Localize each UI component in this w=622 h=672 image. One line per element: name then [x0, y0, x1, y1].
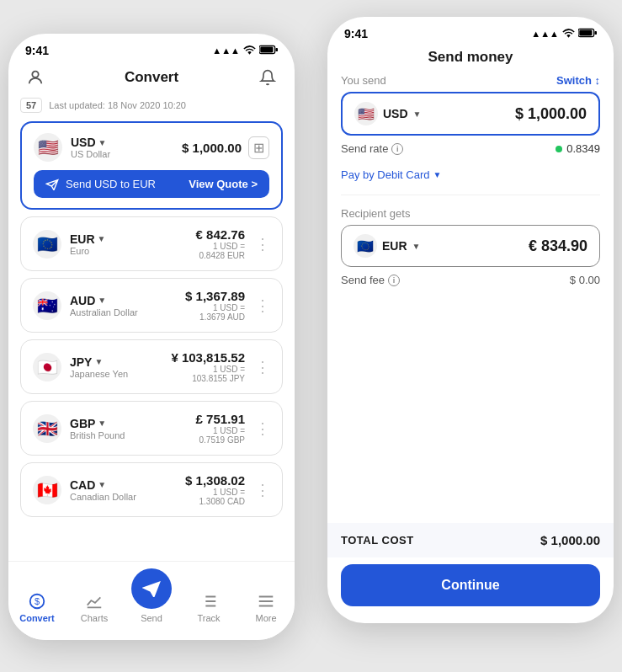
usd-flag: 🇺🇸 [34, 133, 62, 162]
status-bar-left: 9:41 ▲▲▲ [8, 34, 295, 61]
total-label: TOTAL COST [341, 534, 414, 547]
signal-icon-right: ▲▲▲ [531, 29, 559, 39]
you-send-label: You send [341, 74, 386, 87]
switch-button[interactable]: Switch ↕ [556, 74, 600, 87]
nav-more[interactable]: More [237, 592, 295, 623]
calculator-icon[interactable]: ⊞ [248, 136, 269, 159]
send-rate-info-icon: i [391, 143, 403, 155]
nav-track-label: Track [197, 613, 220, 623]
send-fee-row: Send fee i $ 0.00 [341, 267, 600, 293]
status-bar-right: 9:41 ▲▲▲ [327, 17, 614, 44]
view-quote-label[interactable]: View Quote > [189, 178, 258, 190]
gbp-rate: 1 USD =0.7519 GBP [196, 426, 245, 445]
header-title-left: Convert [125, 69, 178, 86]
rate-dot [556, 146, 562, 152]
send-rate-row: Send rate i 0.8349 [341, 136, 600, 162]
jpy-more-icon[interactable]: ⋮ [252, 358, 270, 376]
send-currency-selector[interactable]: 🇺🇸 USD ▼ [354, 102, 421, 125]
bottom-nav: $ Convert Charts Send Track [8, 561, 295, 640]
you-send-section: You send Switch ↕ 🇺🇸 USD ▼ $ 1,000.00 Se… [327, 74, 614, 293]
battery-icon [259, 45, 278, 56]
send-rate-label: Send rate i [341, 142, 403, 155]
usd-name: US Dollar [71, 149, 110, 159]
send-quote-row[interactable]: Send USD to EUR View Quote > [34, 170, 269, 198]
send-flag: 🇺🇸 [354, 102, 378, 125]
recipient-currency-code: EUR [382, 239, 407, 253]
aud-flag: 🇦🇺 [33, 291, 61, 320]
pay-method-row[interactable]: Pay by Debit Card ▼ [341, 162, 600, 191]
nav-charts[interactable]: Charts [66, 592, 123, 623]
send-fee-value: $ 0.00 [570, 274, 600, 286]
jpy-amount: ¥ 103,815.52 [171, 350, 245, 365]
last-updated-bar: 57 Last updated: 18 Nov 2020 10:20 [20, 98, 283, 113]
left-phone: 9:41 ▲▲▲ Convert [8, 34, 295, 640]
send-currency-code: USD [383, 107, 408, 120]
eur-rate: 1 USD =0.8428 EUR [196, 242, 245, 260]
send-usd-eur-label: Send USD to EUR [66, 178, 156, 190]
jpy-card[interactable]: 🇯🇵 JPY ▼ Japanese Yen ¥ 103,815.52 1 USD… [20, 339, 283, 394]
cad-name: Canadian Dollar [70, 492, 136, 502]
recipient-flag: 🇪🇺 [354, 234, 377, 258]
aud-more-icon[interactable]: ⋮ [252, 296, 270, 315]
jpy-rate: 1 USD =103.8155 JPY [171, 365, 245, 383]
eur-flag: 🇪🇺 [33, 230, 61, 259]
status-time-right: 9:41 [344, 27, 368, 40]
eur-name: Euro [70, 246, 105, 256]
aud-rate: 1 USD =1.3679 AUD [185, 303, 245, 322]
bell-icon[interactable] [256, 66, 279, 89]
eur-more-icon[interactable]: ⋮ [252, 235, 270, 253]
pay-by-debit-card[interactable]: Pay by Debit Card ▼ [341, 168, 441, 181]
aud-amount: $ 1,367.89 [185, 289, 245, 303]
nav-track[interactable]: Track [180, 592, 237, 623]
signal-icon: ▲▲▲ [212, 45, 240, 56]
gbp-card[interactable]: 🇬🇧 GBP ▼ British Pound £ 751.91 1 USD =0… [20, 401, 283, 456]
send-money-title: Send money [428, 49, 513, 66]
eur-amount: € 842.76 [196, 227, 245, 242]
send-currency-arrow: ▼ [413, 109, 422, 119]
svg-rect-1 [260, 47, 273, 53]
divider-1 [341, 195, 600, 195]
recipient-currency-arrow: ▼ [412, 242, 421, 251]
svg-rect-2 [275, 48, 278, 51]
recipient-gets-card[interactable]: 🇪🇺 EUR ▼ € 834.90 [341, 225, 600, 267]
nav-send[interactable]: Send [123, 568, 180, 623]
wifi-icon [243, 45, 256, 56]
status-icons-left: ▲▲▲ [212, 45, 278, 56]
total-cost-row: TOTAL COST $ 1,000.00 [327, 523, 614, 557]
you-send-card[interactable]: 🇺🇸 USD ▼ $ 1,000.00 [341, 92, 600, 136]
gbp-flag: 🇬🇧 [33, 414, 61, 443]
cad-amount: $ 1,308.02 [185, 473, 245, 488]
eur-code: EUR ▼ [70, 232, 105, 246]
jpy-flag: 🇯🇵 [33, 353, 61, 381]
gbp-name: British Pound [70, 430, 125, 440]
nav-send-label: Send [141, 613, 162, 623]
nav-charts-label: Charts [81, 613, 108, 623]
cad-more-icon[interactable]: ⋮ [252, 481, 270, 499]
status-icons-right: ▲▲▲ [531, 28, 597, 40]
cad-flag: 🇨🇦 [33, 476, 61, 504]
eur-card[interactable]: 🇪🇺 EUR ▼ Euro € 842.76 1 USD =0.8428 EUR [20, 216, 283, 271]
profile-icon[interactable] [24, 66, 47, 89]
svg-text:$: $ [35, 596, 40, 606]
pay-method-label: Pay by Debit Card [341, 168, 430, 181]
send-fab[interactable] [131, 568, 172, 609]
recipient-currency-selector[interactable]: 🇪🇺 EUR ▼ [354, 234, 420, 258]
send-rate-value: 0.8349 [556, 142, 600, 155]
aud-name: Australian Dollar [70, 307, 138, 317]
cad-card[interactable]: 🇨🇦 CAD ▼ Canadian Dollar $ 1,308.02 1 US… [20, 462, 283, 517]
continue-button[interactable]: Continue [341, 564, 600, 606]
jpy-code: JPY ▼ [70, 355, 128, 369]
aud-card[interactable]: 🇦🇺 AUD ▼ Australian Dollar $ 1,367.89 1 … [20, 278, 283, 333]
nav-convert-label: Convert [19, 613, 55, 623]
active-currency-card[interactable]: 🇺🇸 USD ▼ US Dollar $ 1,000. [20, 121, 283, 210]
header-left: Convert [8, 61, 295, 98]
send-amount: $ 1,000.00 [515, 105, 587, 123]
you-send-label-row: You send Switch ↕ [341, 74, 600, 87]
total-amount: $ 1,000.00 [540, 533, 600, 547]
nav-more-label: More [255, 613, 276, 623]
svg-point-3 [32, 72, 38, 77]
gbp-more-icon[interactable]: ⋮ [252, 419, 270, 438]
wifi-icon-right [562, 28, 575, 40]
send-fee-label: Send fee i [341, 274, 400, 286]
nav-convert[interactable]: $ Convert [8, 592, 66, 623]
